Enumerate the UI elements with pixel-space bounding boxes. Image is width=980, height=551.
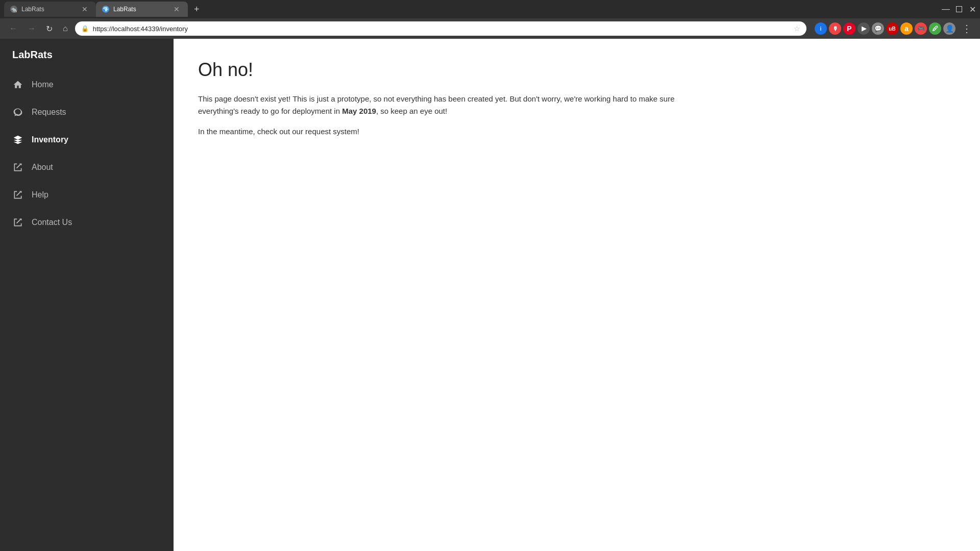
tab-favicon-1: 🐀 bbox=[10, 6, 17, 13]
ext-icon-1[interactable]: i bbox=[815, 22, 827, 35]
help-icon bbox=[12, 189, 23, 201]
extensions-area: i 🎙 P ▶ 💬 uB a 🎮 🖊 👤 bbox=[815, 22, 955, 35]
sidebar-item-about[interactable]: About bbox=[0, 154, 174, 181]
window-controls: — ✕ bbox=[942, 6, 976, 13]
about-icon bbox=[12, 162, 23, 173]
title-bar: 🐀 LabRats ✕ 💎 LabRats ✕ + — ✕ bbox=[0, 0, 980, 18]
ext-icon-8[interactable]: 🎮 bbox=[915, 22, 927, 35]
bookmark-icon[interactable]: ☆ bbox=[794, 24, 800, 33]
sidebar-nav: Home Requests Inventory bbox=[0, 71, 174, 236]
ext-icon-9[interactable]: 🖊 bbox=[929, 22, 941, 35]
requests-icon bbox=[12, 107, 23, 118]
ext-icon-6[interactable]: uB bbox=[886, 22, 898, 35]
sidebar-logo: LabRats bbox=[0, 39, 174, 71]
main-content: Oh no! This page doesn't exist yet! This… bbox=[174, 39, 980, 551]
browser-menu-button[interactable]: ⋮ bbox=[960, 22, 974, 35]
close-button[interactable]: ✕ bbox=[969, 6, 976, 13]
reload-button[interactable]: ↻ bbox=[43, 22, 56, 36]
inventory-icon bbox=[12, 134, 23, 145]
home-button[interactable]: ⌂ bbox=[60, 22, 71, 35]
paragraph-2: In the meantime, check out our request s… bbox=[198, 126, 698, 138]
ext-icon-10[interactable]: 👤 bbox=[943, 22, 955, 35]
sidebar-item-requests[interactable]: Requests bbox=[0, 98, 174, 126]
tab-favicon-2: 💎 bbox=[102, 6, 109, 13]
paragraph1-highlight: May 2019 bbox=[342, 107, 376, 115]
tab-title-2: LabRats bbox=[113, 6, 167, 13]
ext-icon-4[interactable]: ▶ bbox=[857, 22, 870, 35]
tab-close-2[interactable]: ✕ bbox=[172, 4, 182, 14]
sidebar-label-requests: Requests bbox=[32, 108, 66, 117]
page-title: Oh no! bbox=[198, 59, 955, 81]
paragraph1-suffix: , so keep an eye out! bbox=[376, 107, 447, 115]
sidebar-item-home[interactable]: Home bbox=[0, 71, 174, 98]
sidebar-label-contact: Contact Us bbox=[32, 218, 72, 227]
tab-title-1: LabRats bbox=[21, 6, 76, 13]
back-button[interactable]: ← bbox=[6, 22, 20, 35]
sidebar: LabRats Home Requests Inv bbox=[0, 39, 174, 551]
forward-button[interactable]: → bbox=[24, 22, 39, 35]
ext-icon-2[interactable]: 🎙 bbox=[829, 22, 841, 35]
sidebar-label-about: About bbox=[32, 163, 53, 172]
browser-nav-bar: ← → ↻ ⌂ 🔒 ☆ i 🎙 P ▶ 💬 uB a 🎮 🖊 👤 ⋮ bbox=[0, 18, 980, 39]
sidebar-item-help[interactable]: Help bbox=[0, 181, 174, 209]
browser-tab-1[interactable]: 🐀 LabRats ✕ bbox=[4, 2, 96, 17]
paragraph-1: This page doesn't exist yet! This is jus… bbox=[198, 93, 698, 117]
browser-tab-2[interactable]: 💎 LabRats ✕ bbox=[96, 2, 188, 17]
sidebar-label-help: Help bbox=[32, 190, 48, 199]
page-body: This page doesn't exist yet! This is jus… bbox=[198, 93, 698, 138]
sidebar-label-inventory: Inventory bbox=[32, 135, 68, 144]
address-input[interactable] bbox=[93, 25, 790, 33]
secure-icon: 🔒 bbox=[81, 25, 89, 32]
tab-close-1[interactable]: ✕ bbox=[80, 4, 90, 14]
contact-icon bbox=[12, 217, 23, 228]
app-layout: LabRats Home Requests Inv bbox=[0, 39, 980, 551]
address-bar[interactable]: 🔒 ☆ bbox=[75, 21, 806, 36]
maximize-button[interactable] bbox=[955, 6, 963, 13]
sidebar-item-inventory[interactable]: Inventory bbox=[0, 126, 174, 154]
ext-icon-7[interactable]: a bbox=[900, 22, 913, 35]
ext-icon-3[interactable]: P bbox=[843, 22, 855, 35]
minimize-button[interactable]: — bbox=[942, 6, 949, 13]
sidebar-label-home: Home bbox=[32, 80, 54, 89]
sidebar-item-contact[interactable]: Contact Us bbox=[0, 209, 174, 236]
ext-icon-5[interactable]: 💬 bbox=[872, 22, 884, 35]
new-tab-button[interactable]: + bbox=[190, 2, 204, 17]
home-icon bbox=[12, 79, 23, 90]
